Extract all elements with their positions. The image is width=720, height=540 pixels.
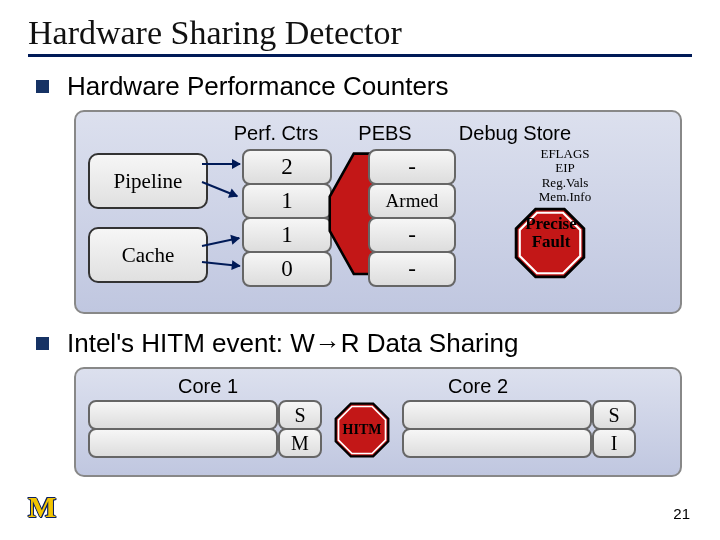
header-pebs: PEBS [330,122,440,145]
pebs-0: - [368,149,456,185]
page-number: 21 [673,505,690,522]
ds-items: EFLAGS EIP Reg.Vals Mem.Info [510,147,620,204]
pebs-counters: - Armed - - [368,149,456,285]
core2-cache [402,400,592,456]
ctr-3: 0 [242,251,332,287]
ds-item-2: Reg.Vals [510,176,620,190]
header-debugstore: Debug Store [440,122,590,145]
bullet-1: Hardware Performance Counters [36,71,692,102]
ds-item-3: Mem.Info [510,190,620,204]
core2-state-1: I [592,428,636,458]
core1-state-1: M [278,428,322,458]
panel-hitm: Core 1 Core 2 S M HITM [74,367,682,477]
panel-counters: Perf. Ctrs PEBS Debug Store Pipeline Cac… [74,110,682,314]
core1-line-1 [88,428,278,458]
box-pipeline: Pipeline [88,153,208,209]
core1-state-0: S [278,400,322,430]
core2-state-0: S [592,400,636,430]
core2-line-1 [402,428,592,458]
bullet-2: Intel's HITM event: W→R Data Sharing [36,328,692,359]
michigan-logo: M [28,490,54,524]
ctr-1: 1 [242,183,332,219]
bullet-1-text: Hardware Performance Counters [67,71,449,102]
ctr-2: 1 [242,217,332,253]
ctr-0: 2 [242,149,332,185]
ds-item-0: EFLAGS [510,147,620,161]
pebs-1: Armed [368,183,456,219]
ds-item-1: EIP [510,161,620,175]
precise-fault-text: Precise Fault [496,215,606,251]
pebs-2: - [368,217,456,253]
core1-cache [88,400,278,456]
core2-states: S I [592,400,636,456]
core1-header: Core 1 [88,375,328,398]
bullet-marker [36,337,49,350]
core1-line-0 [88,400,278,430]
perf-counters: 2 1 1 0 [242,149,332,285]
bullet-2-text: Intel's HITM event: W→R Data Sharing [67,328,518,359]
pebs-3: - [368,251,456,287]
bullet-marker [36,80,49,93]
slide-title: Hardware Sharing Detector [28,14,692,57]
core1-states: S M [278,400,322,456]
box-cache: Cache [88,227,208,283]
core2-header: Core 2 [358,375,598,398]
core2-line-0 [402,400,592,430]
hitm-label: HITM [336,422,388,438]
header-perfctrs: Perf. Ctrs [222,122,330,145]
